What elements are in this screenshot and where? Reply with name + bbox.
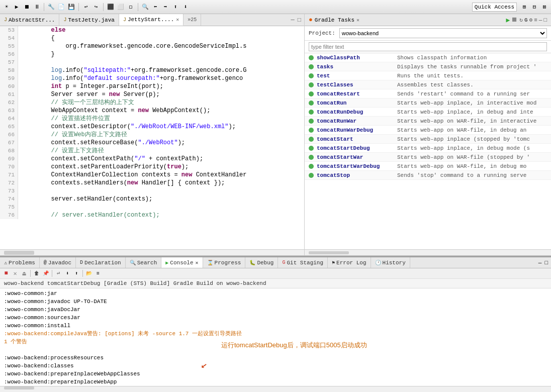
- toolbar-icon-17[interactable]: ⬇: [181, 3, 190, 12]
- tab-declaration[interactable]: D Declaration: [76, 257, 126, 268]
- word-wrap-btn[interactable]: ⏎: [54, 269, 62, 277]
- task-name: tomcatRunDebug: [317, 109, 397, 115]
- toolbar-icon-12[interactable]: ◻: [126, 3, 135, 12]
- gradle-filter-btn[interactable]: ⚙: [529, 17, 533, 23]
- task-row-tomcatrestart[interactable]: tomcatRestart Sends 'restart' command to…: [305, 89, 551, 99]
- toolbar-icon-6[interactable]: 📄: [57, 3, 66, 12]
- tab-minimize-btn[interactable]: —: [290, 17, 296, 24]
- task-row-showclasspath[interactable]: showClassPath Shows classpath informatio…: [305, 53, 551, 62]
- toolbar-sep: [30, 270, 31, 277]
- console-hscroll[interactable]: [0, 386, 551, 392]
- toolbar-icon-1[interactable]: ☀: [2, 3, 11, 12]
- task-row-tomcatrunwardebug[interactable]: tomcatRunWarDebug Starts web-app on WAR-…: [305, 126, 551, 135]
- toolbar-icon-14[interactable]: ⬅: [151, 3, 160, 12]
- bottom-minimize-btn[interactable]: —: [537, 260, 543, 266]
- tab-maximize-btn[interactable]: □: [297, 17, 302, 24]
- tab-overflow-count: 25: [191, 17, 197, 23]
- code-editor[interactable]: 53 else 54 { 55 org.frameworkset.gencode…: [0, 26, 304, 249]
- task-row-tomcatstartwar[interactable]: tomcatStartWar Starts web-app on WAR-fil…: [305, 153, 551, 162]
- next-btn[interactable]: ⬇: [63, 269, 71, 277]
- toolbar-icon-13[interactable]: 🔍: [141, 3, 150, 12]
- toolbar-icon-3[interactable]: ⏹: [22, 3, 31, 12]
- task-row-tomcatstartdebug[interactable]: tomcatStartDebug Starts web-app inplace,…: [305, 144, 551, 153]
- toolbar-icon-8[interactable]: ↩: [81, 3, 90, 12]
- errorlog-icon: ⚑: [332, 260, 335, 266]
- console-tab-close[interactable]: ✕: [196, 260, 199, 266]
- disconnect-btn[interactable]: ⏏: [20, 269, 28, 277]
- code-line-71: 71 ContextHandlerCollection contexts = n…: [0, 171, 304, 179]
- tab-problems[interactable]: ⚠ Problems: [0, 257, 40, 268]
- task-dot: [309, 164, 314, 169]
- toolbar-icon-11[interactable]: ⬜: [116, 3, 125, 12]
- tab-testjetty[interactable]: J TestJetty.java: [59, 14, 119, 26]
- gradle-minimize-btn[interactable]: —: [539, 17, 542, 23]
- code-line-54: 54 {: [0, 34, 304, 42]
- gradle-hscroll[interactable]: [305, 249, 551, 255]
- task-desc: Starts web-app on WAR-file, in debug mo: [397, 163, 526, 169]
- code-line-68: 68 // 设置上下文路径: [0, 147, 304, 155]
- task-row-tomcatstartwardebug[interactable]: tomcatStartWarDebug Starts web-app on WA…: [305, 162, 551, 171]
- console-output[interactable]: :wowo-common:jar :wowo-common:javadoc UP…: [0, 288, 551, 386]
- gradle-filter-input[interactable]: [309, 42, 547, 51]
- tab-javadoc[interactable]: @ Javadoc: [40, 257, 76, 268]
- project-select[interactable]: wowo-backend: [339, 28, 547, 38]
- toolbar-icon-19[interactable]: ⊟: [530, 3, 539, 12]
- task-row-test[interactable]: test Runs the unit tests.: [305, 71, 551, 80]
- stop-btn[interactable]: ■: [2, 269, 10, 277]
- toolbar-icon-18[interactable]: ⊞: [520, 3, 529, 12]
- task-row-tasks[interactable]: tasks Displays the tasks runnable from p…: [305, 62, 551, 71]
- task-name: tomcatRunWarDebug: [317, 127, 397, 133]
- task-row-tomcatstop[interactable]: tomcatStop Sends 'stop' command to a run…: [305, 171, 551, 180]
- code-line-72: 72 contexts.setHandlers(new Handler[] { …: [0, 179, 304, 187]
- tab-declaration-label: Declaration: [84, 260, 121, 266]
- tab-errorlog[interactable]: ⚑ Error Log: [328, 257, 371, 268]
- search-icon: 🔍: [130, 260, 136, 266]
- task-row-tomcatrundebug[interactable]: tomcatRunDebug Starts web-app inplace, i…: [305, 108, 551, 117]
- console-menu-btn[interactable]: ≡: [94, 269, 102, 277]
- gradle-run-btn[interactable]: ▶: [506, 16, 510, 24]
- gradle-refresh-btn[interactable]: ↻: [519, 17, 523, 23]
- quick-access-box[interactable]: Quick Access: [472, 3, 517, 12]
- bottom-maximize-btn[interactable]: □: [543, 260, 549, 266]
- toolbar-icon-2[interactable]: ▶: [12, 3, 21, 12]
- history-icon: 🕐: [375, 260, 381, 266]
- tab-search[interactable]: 🔍 Search: [126, 257, 162, 268]
- toolbar-icon-10[interactable]: ⬛: [106, 3, 115, 12]
- project-row: Project: wowo-backend: [305, 26, 551, 41]
- tab-close-jettystart[interactable]: ✕: [176, 17, 179, 23]
- tab-jettystart[interactable]: J JettyStart.... ✕: [119, 14, 183, 26]
- task-row-testclasses[interactable]: testClasses Assembles test classes.: [305, 80, 551, 89]
- gradle-tab-close[interactable]: ✕: [356, 17, 359, 23]
- tab-history[interactable]: 🕐 History: [371, 257, 410, 268]
- toolbar-icon-4[interactable]: ⏸: [32, 3, 41, 12]
- gradle-stop-btn[interactable]: ⏹: [511, 16, 518, 24]
- toolbar-icon-9[interactable]: ↪: [91, 3, 101, 12]
- tab-abstract[interactable]: J AbstractStr...: [0, 14, 59, 26]
- tab-debug[interactable]: 🐛 Debug: [245, 257, 278, 268]
- terminate-btn[interactable]: ✕: [11, 269, 19, 277]
- gradle-menu-btn[interactable]: ≡: [534, 17, 537, 23]
- clear-btn[interactable]: 🗑: [33, 269, 41, 277]
- task-row-tomcatrunwar[interactable]: tomcatRunWar Starts web-app on WAR-file,…: [305, 117, 551, 126]
- toolbar-icon-15[interactable]: ➡: [161, 3, 170, 12]
- toolbar-icon-20[interactable]: ⊠: [540, 3, 549, 12]
- open-btn[interactable]: 📂: [85, 269, 93, 277]
- toolbar-icon-7[interactable]: 💾: [67, 3, 76, 12]
- tab-git[interactable]: G Git Staging: [278, 257, 328, 268]
- prev-btn[interactable]: ⬆: [72, 269, 80, 277]
- tab-overflow[interactable]: » 25: [183, 14, 201, 26]
- bottom-tab-controls: — □: [537, 260, 551, 266]
- gradle-maximize-btn[interactable]: □: [543, 17, 547, 23]
- gradle-search-btn[interactable]: G: [524, 17, 528, 23]
- task-row-tomcatrun[interactable]: tomcatRun Starts web-app inplace, in int…: [305, 99, 551, 108]
- toolbar-icon-16[interactable]: ⬆: [171, 3, 180, 12]
- task-row-tomcatstart[interactable]: tomcatStart Starts web-app inplace (stop…: [305, 135, 551, 144]
- tab-progress[interactable]: ⌛ Progress: [203, 257, 246, 268]
- toolbar-icon-5[interactable]: 🔧: [47, 3, 56, 12]
- code-line-66: 66 // 设置Web内容上下文路径: [0, 131, 304, 139]
- console-line-12: :wowo-backend:prepareInplaceWebApp: [4, 378, 547, 386]
- editor-hscroll[interactable]: [0, 249, 304, 255]
- tab-icon-testjetty: J: [63, 17, 66, 23]
- tab-console[interactable]: ▶ Console ✕: [161, 257, 203, 268]
- scroll-lock-btn[interactable]: 📌: [42, 269, 50, 277]
